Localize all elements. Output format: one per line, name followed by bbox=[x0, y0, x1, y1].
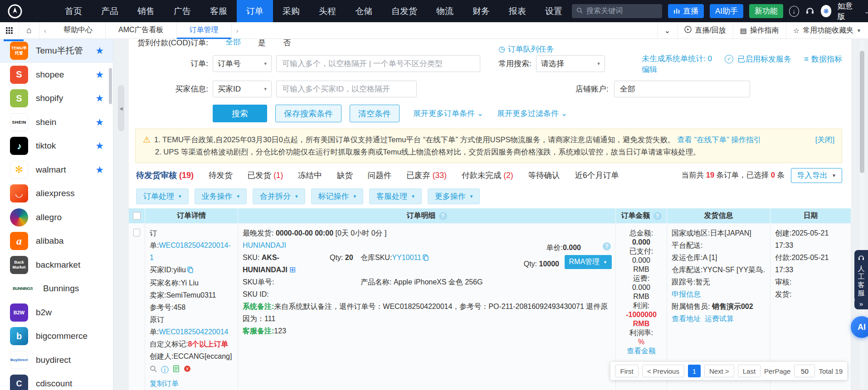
nav-service[interactable]: 客服 bbox=[200, 0, 237, 22]
tab-out-of-stock[interactable]: 缺货 bbox=[337, 170, 353, 181]
merge-split-menu[interactable]: 合并拆分▾ bbox=[253, 188, 305, 204]
favorite-star-icon[interactable]: ★ bbox=[95, 45, 104, 56]
invoice-icon[interactable] bbox=[173, 364, 180, 376]
current-page-button[interactable]: 1 bbox=[688, 365, 701, 377]
live-replay-link[interactable]: 直播/回放 bbox=[677, 22, 732, 39]
order-number-link[interactable]: WEC0182504220014-1 bbox=[150, 241, 231, 261]
favorite-star-icon[interactable]: ★ bbox=[95, 164, 104, 175]
tab-problem[interactable]: 问题件 bbox=[368, 170, 392, 181]
sidebar-item-aliexpress[interactable]: ◡ aliexpress bbox=[0, 182, 113, 206]
tab-awaiting-confirm[interactable]: 等待确认 bbox=[528, 170, 560, 181]
ai-assistant-button[interactable]: AI助手 bbox=[710, 4, 743, 18]
search-button[interactable]: 搜索 bbox=[213, 105, 267, 122]
sidebar-item-alibaba[interactable]: a alibaba bbox=[0, 229, 113, 253]
nav-reports[interactable]: 报表 bbox=[499, 0, 536, 22]
tab-order-management[interactable]: 订单管理 bbox=[177, 22, 232, 39]
favorites-menu[interactable]: ☆ 常用功能收藏夹 ▼ bbox=[786, 22, 868, 39]
freight-calc-link[interactable]: 运费试算 bbox=[705, 315, 734, 323]
copy-icon[interactable] bbox=[422, 255, 429, 262]
order-process-menu[interactable]: 订单处理▾ bbox=[136, 188, 189, 204]
order-number-input[interactable] bbox=[276, 55, 480, 72]
view-amount-link[interactable]: 查看金额 bbox=[620, 347, 662, 356]
operation-guide-link[interactable]: ▤ 操作指南 bbox=[733, 22, 786, 39]
sidebar-item-bunnings[interactable]: BUNNINGS Bunnings bbox=[0, 277, 113, 301]
tab-amc-dashboard[interactable]: AMC广告看板 bbox=[106, 22, 177, 39]
global-search-box[interactable]: 搜索关键词 bbox=[572, 4, 662, 18]
business-ops-menu[interactable]: 业务操作▾ bbox=[195, 188, 247, 204]
sidebar-item-tiktok[interactable]: ♪ tiktok ★ bbox=[0, 134, 113, 158]
new-feature-button[interactable]: 新功能 bbox=[749, 4, 783, 18]
sidebar-item-shopee[interactable]: S shopee ★ bbox=[0, 63, 113, 87]
order-queue-task-link[interactable]: ◷ 订单队列任务 bbox=[498, 44, 554, 54]
help-icon[interactable]: ? bbox=[439, 212, 447, 220]
uncreated-order-stat[interactable]: 未生成系统单统计: 0 bbox=[642, 54, 712, 63]
common-search-select[interactable]: 请选择▾ bbox=[536, 55, 605, 72]
perpage-input[interactable] bbox=[794, 365, 815, 377]
cod-option-all[interactable]: 全部 bbox=[225, 39, 241, 47]
data-metrics-link[interactable]: ≡ 数据指标 bbox=[804, 54, 842, 64]
sidebar-item-backmarket[interactable]: Back Market backmarket bbox=[0, 253, 113, 277]
sidebar-item-b2w[interactable]: B2W b2w bbox=[0, 301, 113, 325]
nav-finance[interactable]: 财务 bbox=[463, 0, 499, 22]
last-page-button[interactable]: Last bbox=[738, 365, 761, 377]
warehouse-sku-link[interactable]: YY10011 bbox=[392, 254, 421, 261]
nav-home[interactable]: 首页 bbox=[55, 0, 92, 22]
tab-shipped[interactable]: 已发货 (1) bbox=[248, 170, 283, 181]
more-filter-conditions-link[interactable]: 展开更多过滤条件 ⌄ bbox=[497, 108, 567, 119]
favorite-star-icon[interactable]: ★ bbox=[95, 93, 104, 104]
sku-grid-icon[interactable]: ⊞ bbox=[289, 265, 296, 274]
nav-product[interactable]: 产品 bbox=[92, 0, 128, 22]
select-all-checkbox[interactable] bbox=[133, 212, 141, 220]
human-service-widget[interactable]: 人工客服 bbox=[854, 250, 868, 302]
help-icon[interactable]: ? bbox=[653, 212, 662, 220]
view-address-link[interactable]: 查看地址 bbox=[672, 315, 701, 323]
original-order-link[interactable]: WEC0182504220014 bbox=[159, 328, 228, 336]
tab-awaiting-shipment[interactable]: 待发货 bbox=[209, 170, 233, 181]
sidebar-item-cdiscount[interactable]: C cdiscount bbox=[0, 372, 113, 390]
home-tab[interactable]: ⌂ bbox=[19, 22, 39, 39]
store-account-input[interactable] bbox=[614, 81, 750, 97]
copy-icon[interactable] bbox=[187, 267, 194, 274]
prev-page-button[interactable]: < Previous bbox=[642, 365, 684, 377]
nav-ads[interactable]: 广告 bbox=[164, 0, 200, 22]
copy-order-link[interactable]: 复制订单 bbox=[150, 377, 233, 390]
cod-option-yes[interactable]: 是 bbox=[258, 39, 266, 47]
avatar[interactable]: ❋ bbox=[821, 5, 832, 17]
nav-logistics[interactable]: 物流 bbox=[427, 0, 463, 22]
nav-self-shipping[interactable]: 自发货 bbox=[382, 0, 427, 22]
nav-sales[interactable]: 销售 bbox=[128, 0, 164, 22]
chevron-down-icon[interactable]: ⌄ bbox=[864, 7, 868, 15]
scrollbar-thumb[interactable] bbox=[860, 51, 864, 173]
favorite-star-icon[interactable]: ★ bbox=[95, 140, 104, 151]
notice-close-link[interactable]: [关闭] bbox=[815, 134, 834, 146]
edition-label[interactable]: 如意版 bbox=[837, 1, 858, 22]
favorite-star-icon[interactable]: ★ bbox=[95, 69, 104, 80]
buyer-id-input[interactable] bbox=[276, 81, 417, 97]
nav-settings[interactable]: 设置 bbox=[536, 0, 572, 22]
declare-info-link[interactable]: 申报信息 bbox=[672, 288, 766, 300]
sidebar-item-temu[interactable]: TEMU半托管 Temu半托管 ★ bbox=[0, 39, 113, 63]
sidebar-item-shopify[interactable]: S shopify ★ bbox=[0, 87, 113, 111]
widget-collapse-button[interactable]: » bbox=[854, 298, 868, 309]
nav-orders[interactable]: 订单 bbox=[237, 0, 273, 22]
row-checkbox[interactable] bbox=[133, 229, 140, 236]
next-page-button[interactable]: Next > bbox=[704, 365, 734, 377]
tabs-dropdown[interactable]: ⌄ bbox=[657, 22, 677, 39]
sidebar-scrollbar[interactable] bbox=[109, 68, 112, 104]
sidebar-item-shein[interactable]: SHEIN shein ★ bbox=[0, 111, 113, 135]
headset-icon[interactable] bbox=[805, 6, 815, 17]
tab-payment-incomplete[interactable]: 付款未完成 (2) bbox=[462, 170, 513, 181]
search-order-icon[interactable] bbox=[150, 364, 157, 376]
save-search-button[interactable]: 保存搜索条件 bbox=[275, 105, 341, 122]
cs-process-menu[interactable]: 客服处理▾ bbox=[369, 188, 422, 204]
mark-ops-menu[interactable]: 标记操作▾ bbox=[311, 188, 364, 204]
sidebar-item-bigcommerce[interactable]: b bigcommerce bbox=[0, 324, 113, 348]
edit-link[interactable]: 编辑 bbox=[642, 65, 712, 74]
tab-pending-audit[interactable]: 待发货审核 (19) bbox=[136, 170, 194, 181]
import-export-button[interactable]: 导入导出▼ bbox=[791, 168, 842, 183]
buyer-type-select[interactable]: 买家ID▾ bbox=[213, 81, 272, 97]
nav-warehouse[interactable]: 仓储 bbox=[346, 0, 382, 22]
order-type-select[interactable]: 订单号▾ bbox=[213, 55, 272, 72]
tab-scroll-right-icon[interactable]: › bbox=[232, 27, 243, 34]
tab-help-center[interactable]: 帮助中心 bbox=[51, 22, 106, 39]
